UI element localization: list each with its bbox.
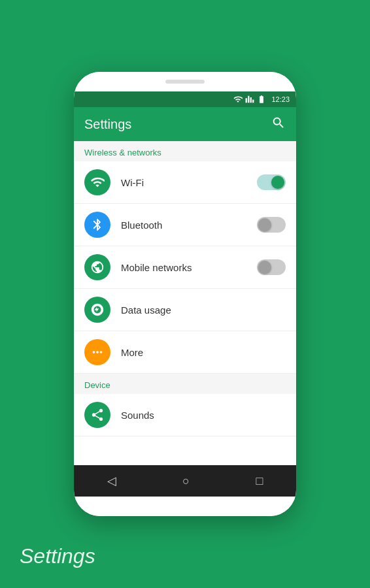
wifi-icon-container [84,169,110,195]
sounds-icon [90,408,105,422]
top-bezel [74,72,296,91]
wifi-icon [90,175,105,189]
sounds-icon-container [84,402,110,428]
section-device: Device Sounds [74,374,296,436]
bluetooth-toggle-knob [258,218,271,231]
section-wireless: Wireless & networks Wi-Fi [74,141,296,374]
speaker [165,80,205,84]
settings-list-device: Sounds [74,394,296,436]
settings-item-data-usage[interactable]: Data usage [74,289,296,331]
header-title: Settings [84,117,131,132]
mobile-networks-icon [90,260,105,274]
screen: 12:23 Settings Wireless & networks [74,91,296,497]
status-bar: 12:23 [74,91,296,107]
mobile-icon-container [84,254,110,280]
wifi-status-icon [233,95,243,104]
status-time: 12:23 [271,95,290,103]
back-button[interactable]: ◁ [107,474,116,488]
bluetooth-icon-container [84,212,110,238]
data-icon-container [84,297,110,323]
bottom-bezel [74,497,296,516]
bluetooth-label: Bluetooth [121,220,257,231]
mobile-toggle[interactable] [257,259,286,275]
bottom-nav: ◁ ○ □ [74,465,296,497]
wifi-toggle-knob [271,176,284,189]
wifi-label: Wi-Fi [121,177,257,188]
phone-frame: 12:23 Settings Wireless & networks [74,72,296,516]
settings-item-more[interactable]: More [74,331,296,374]
recent-button[interactable]: □ [256,474,263,488]
mobile-networks-label: Mobile networks [121,262,257,273]
more-label: More [121,347,286,358]
search-button[interactable] [271,116,286,133]
settings-list-wireless: Wi-Fi Bluetooth [74,161,296,374]
watermark: Settings [20,544,95,568]
settings-item-bluetooth[interactable]: Bluetooth [74,204,296,246]
section-header-wireless: Wireless & networks [74,141,296,161]
more-icon-container [84,339,110,365]
wifi-toggle[interactable] [257,174,286,190]
mobile-toggle-knob [258,261,271,274]
data-usage-label: Data usage [121,304,286,316]
signal-status-icon [245,95,254,104]
section-header-device: Device [74,374,296,394]
settings-content: Wireless & networks Wi-Fi [74,141,296,465]
bluetooth-toggle[interactable] [257,217,286,233]
bluetooth-icon [90,218,105,232]
settings-item-mobile-networks[interactable]: Mobile networks [74,246,296,289]
settings-item-wifi[interactable]: Wi-Fi [74,161,296,204]
home-button[interactable]: ○ [182,474,190,488]
settings-item-sounds[interactable]: Sounds [74,394,296,436]
more-icon [90,345,105,359]
data-usage-icon [90,302,105,317]
battery-status-icon [257,95,266,104]
header: Settings [74,107,296,141]
sounds-label: Sounds [121,410,286,421]
